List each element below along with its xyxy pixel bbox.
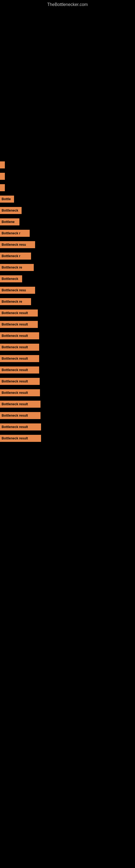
bar-20: Bottleneck result [0, 378, 40, 385]
bar-7: Bottleneck r [0, 230, 30, 237]
bar-3 [0, 184, 5, 191]
bar-1 [0, 161, 5, 168]
bar-8: Bottleneck resu [0, 241, 35, 248]
bar-row-2 [0, 173, 135, 180]
bar-18: Bottleneck result [0, 355, 39, 362]
bar-row-12: Bottleneck resu [0, 286, 135, 294]
bar-row-20: Bottleneck result [0, 378, 135, 385]
bar-17: Bottleneck result [0, 344, 39, 351]
bar-row-13: Bottleneck re [0, 298, 135, 305]
bar-24: Bottleneck result [0, 424, 41, 431]
bar-22: Bottleneck result [0, 401, 41, 408]
bar-row-5: Bottleneck [0, 207, 135, 214]
bar-15: Bottleneck result [0, 321, 38, 328]
bar-row-17: Bottleneck result [0, 343, 135, 351]
bar-row-18: Bottleneck result [0, 355, 135, 362]
bar-25: Bottleneck result [0, 435, 41, 442]
bar-row-10: Bottleneck re [0, 264, 135, 271]
bar-row-23: Bottleneck result [0, 412, 135, 420]
bar-14: Bottleneck result [0, 310, 38, 316]
bar-row-6: Bottlene [0, 218, 135, 226]
bar-row-16: Bottleneck result [0, 332, 135, 340]
bar-row-8: Bottleneck resu [0, 241, 135, 248]
bar-row-1 [0, 161, 135, 169]
bar-2 [0, 173, 5, 180]
bar-row-15: Bottleneck result [0, 321, 135, 328]
bar-11: Bottleneck [0, 275, 22, 282]
bar-row-9: Bottleneck r [0, 252, 135, 260]
bar-6: Bottlene [0, 218, 19, 225]
bar-19: Bottleneck result [0, 367, 39, 373]
bar-23: Bottleneck result [0, 412, 41, 419]
bar-13: Bottleneck re [0, 298, 31, 305]
bar-row-4: Bottle [0, 195, 135, 203]
bar-row-7: Bottleneck r [0, 229, 135, 237]
bar-row-25: Bottleneck result [0, 435, 135, 442]
bar-9: Bottleneck r [0, 252, 31, 259]
bar-5: Bottleneck [0, 207, 21, 214]
bar-12: Bottleneck resu [0, 287, 35, 294]
bar-10: Bottleneck re [0, 264, 34, 271]
bar-row-14: Bottleneck result [0, 309, 135, 317]
bar-row-3 [0, 184, 135, 191]
site-title: TheBottlenecker.com [0, 0, 135, 9]
bar-row-19: Bottleneck result [0, 366, 135, 374]
bars-container: Bottle Bottleneck Bottlene Bottleneck r … [0, 9, 135, 442]
bar-row-11: Bottleneck [0, 275, 135, 283]
bar-row-24: Bottleneck result [0, 423, 135, 431]
bar-row-21: Bottleneck result [0, 389, 135, 397]
bar-16: Bottleneck result [0, 332, 39, 339]
bar-4: Bottle [0, 195, 14, 203]
bar-row-22: Bottleneck result [0, 400, 135, 408]
bar-21: Bottleneck result [0, 389, 40, 396]
